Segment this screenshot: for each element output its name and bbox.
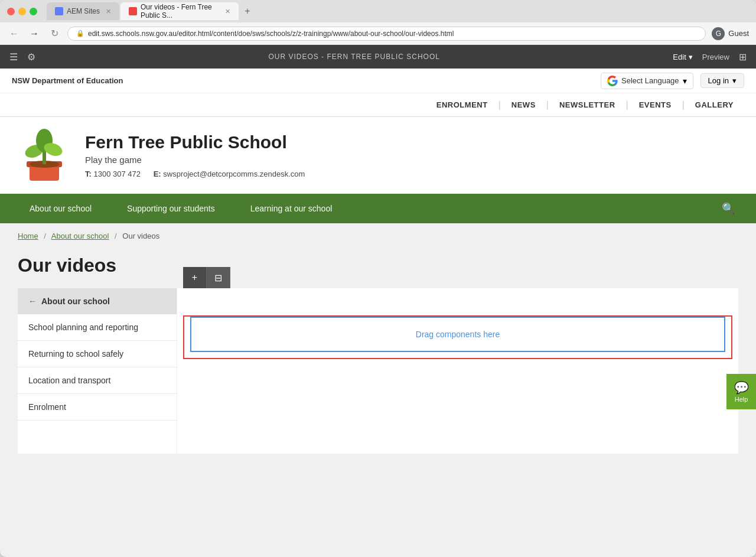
new-tab-button[interactable]: + [240,4,255,19]
breadcrumb-sep-2: / [115,232,117,240]
preview-button[interactable]: Preview [702,53,729,61]
guest-avatar: G [712,27,725,40]
school-contact: T: 1300 307 472 E: swsproject@detcorpcom… [85,170,305,178]
editor-toolbar-outer: + ⊟ Drag components here [177,288,738,359]
forward-button[interactable]: → [27,28,41,39]
top-bar-right: Select Language ▾ Log in ▾ [601,73,744,89]
content-area: Home / About our school / Our videos Our… [0,223,756,460]
sidebar-link-school-planning[interactable]: School planning and reporting [18,314,177,341]
phone-number: 1300 307 472 [93,170,141,178]
edit-chevron-icon: ▾ [689,53,693,61]
help-chat-icon: 💬 [734,380,749,395]
page-title: Our videos [18,255,738,276]
help-label: Help [735,396,748,403]
close-button[interactable] [7,8,15,15]
browser-tab-aem[interactable]: AEM Sites ✕ [47,2,119,20]
phone-label: T: [85,170,92,178]
drop-zone[interactable]: Drag components here [190,317,725,352]
sidebar: ← About our school School planning and r… [18,288,177,454]
search-icon[interactable]: 🔍 [712,202,744,215]
drop-zone-label: Drag components here [416,330,500,339]
breadcrumb-current: Our videos [122,232,159,240]
maximize-button[interactable] [30,8,37,15]
select-language-text: Select Language [621,76,679,85]
help-button[interactable]: 💬 Help [726,374,756,409]
url-text: edit.sws.schools.nsw.gov.au/editor.html/… [88,30,454,38]
top-nav-events[interactable]: EVENTS [628,93,682,116]
add-icon: + [192,272,197,283]
top-nav-gallery[interactable]: GALLERY [685,93,744,116]
top-nav-news[interactable]: NEWS [501,93,546,116]
main-content: ← About our school School planning and r… [18,288,738,454]
top-nav-items: ENROLMENT | NEWS | NEWSLETTER | EVENTS |… [426,93,744,116]
green-nav-about[interactable]: About our school [12,194,109,223]
login-chevron-icon: ▾ [732,76,737,85]
google-translate-button[interactable]: Select Language ▾ [601,73,693,89]
cms-toolbar-left: ☰ ⚙ [9,51,35,63]
top-nav-enrolment[interactable]: ENROLMENT [426,93,498,116]
sidebar-link-location[interactable]: Location and transport [18,367,177,394]
lock-icon: 🔒 [76,30,84,37]
tabs-bar: AEM Sites ✕ Our videos - Fern Tree Publi… [47,2,749,20]
top-nav: ENROLMENT | NEWS | NEWSLETTER | EVENTS |… [0,93,756,117]
sidebar-back-arrow-icon: ← [28,297,37,306]
green-nav-supporting[interactable]: Supporting our students [109,194,233,223]
sidebar-back-label: About our school [41,297,110,306]
school-name: Fern Tree Public School [85,132,305,152]
tab-close-aem[interactable]: ✕ [106,8,111,15]
breadcrumb-home[interactable]: Home [18,232,38,240]
editor-drop-container: Drag components here [183,315,732,359]
breadcrumb-sep-1: / [44,232,46,240]
refresh-button[interactable]: ↻ [47,28,61,39]
guest-button[interactable]: G Guest [712,27,749,40]
cms-toolbar-right: Edit ▾ Preview ⊞ [673,51,747,63]
add-component-button[interactable]: + [183,267,207,288]
cms-page-title: OUR VIDEOS - FERN TREE PUBLIC SCHOOL [35,53,673,61]
breadcrumb: Home / About our school / Our videos [0,223,756,249]
tab-icon-aem [55,7,63,15]
site-top-bar: NSW Department of Education Select Langu… [0,69,756,93]
email-label: E: [154,170,161,178]
school-logo [18,129,71,182]
green-nav: About our school Supporting our students… [0,194,756,223]
traffic-lights [7,8,37,15]
green-nav-learning[interactable]: Learning at our school [233,194,350,223]
sidebar-back-button[interactable]: ← About our school [18,288,177,314]
minimize-button[interactable] [18,8,26,15]
address-bar: ← → ↻ 🔒 edit.sws.schools.nsw.gov.au/edit… [0,22,756,45]
sidebar-link-returning[interactable]: Returning to school safely [18,341,177,367]
language-chevron-icon: ▾ [683,76,687,86]
breadcrumb-about[interactable]: About our school [51,232,109,240]
sidebar-toggle-icon[interactable]: ☰ [9,51,18,63]
url-bar[interactable]: 🔒 edit.sws.schools.nsw.gov.au/editor.htm… [67,27,706,41]
component-icon: ⊟ [214,272,222,284]
cms-toolbar: ☰ ⚙ OUR VIDEOS - FERN TREE PUBLIC SCHOOL… [0,45,756,69]
editor-toolbar: + ⊟ [183,267,230,288]
school-info: Fern Tree Public School Play the game T:… [85,132,305,178]
more-icon[interactable]: ⊞ [739,51,747,63]
school-tagline: Play the game [85,155,305,165]
tab-label-videos: Our videos - Fern Tree Public S... [141,3,219,19]
title-bar: AEM Sites ✕ Our videos - Fern Tree Publi… [0,0,756,22]
google-g-icon [607,76,618,86]
tab-icon-videos [129,7,137,15]
top-nav-newsletter[interactable]: NEWSLETTER [549,93,626,116]
page-title-area: Our videos [0,249,756,288]
settings-icon[interactable]: ⚙ [27,51,35,63]
sidebar-link-enrolment[interactable]: Enrolment [18,394,177,421]
email-address: swsproject@detcorpcomms.zendesk.com [163,170,305,178]
login-button[interactable]: Log in ▾ [700,73,744,88]
browser-tab-videos[interactable]: Our videos - Fern Tree Public S... ✕ [120,2,239,20]
component-settings-button[interactable]: ⊟ [207,267,230,288]
edit-button[interactable]: Edit ▾ [673,53,692,61]
school-header: Fern Tree Public School Play the game T:… [0,117,756,194]
back-button[interactable]: ← [7,28,21,39]
nsw-doe-logo: NSW Department of Education [12,76,123,85]
editor-area: + ⊟ Drag components here [177,288,738,454]
tab-close-videos[interactable]: ✕ [225,8,230,15]
tab-label-aem: AEM Sites [67,7,100,15]
guest-label: Guest [728,29,749,38]
